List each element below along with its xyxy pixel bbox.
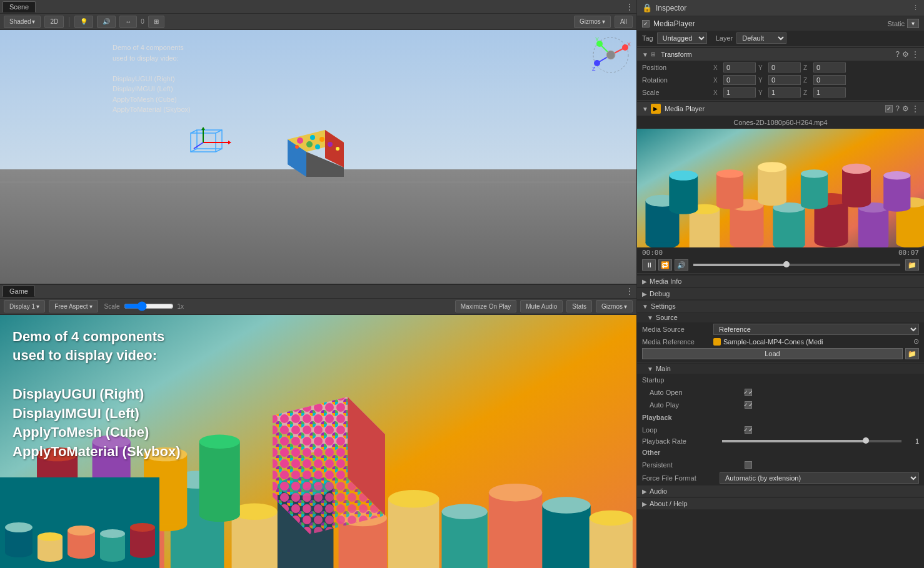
pos-z-label: Z [803,64,811,71]
force-format-select[interactable]: Automatic (by extension) [720,472,919,484]
aspect-btn[interactable]: Free Aspect ▾ [49,300,98,312]
tag-select[interactable]: Untagged [657,32,707,44]
audio-icon-btn[interactable]: 🔊 [97,16,116,28]
source-subsection[interactable]: ▼ Source [637,312,924,322]
loop-btn[interactable]: 🔁 [658,259,672,271]
rotation-label: Rotation [642,76,711,84]
scale-slider[interactable] [124,302,174,311]
svg-rect-116 [690,209,720,247]
gizmos-btn[interactable]: Gizmos ▾ [574,16,611,28]
svg-rect-140 [758,167,786,201]
media-player-actions: ? ⚙ ⋮ [895,104,919,113]
folder-btn[interactable]: 📁 [905,259,919,271]
shaded-btn[interactable]: Shaded ▾ [4,16,41,28]
audio-section[interactable]: ▶ Audio [637,485,924,497]
all-btn[interactable]: All [615,16,633,28]
game-floating-cube [223,391,398,568]
scene-tab[interactable]: Scene [3,1,36,12]
auto-open-label: Auto Open [642,389,742,396]
pause-btn[interactable]: ⏸ [642,259,656,271]
scale-x-label: X [713,89,721,96]
light-icon-btn[interactable]: 💡 [74,16,93,28]
game-tab[interactable]: Game [3,286,35,297]
playback-section-label: Playback [642,414,742,421]
media-help-icon[interactable]: ? [895,104,900,113]
scene-overlay-text: Demo of 4 components used to display vid… [113,42,191,115]
media-source-select[interactable]: Reference [713,324,919,335]
svg-rect-68 [542,505,590,568]
display-btn[interactable]: Display 1 ▾ [4,300,45,312]
playback-controls: ⏸ 🔁 🔊 📁 [637,258,924,272]
static-btn[interactable]: ▾ [907,19,919,28]
media-source-label: Media Source [642,326,711,333]
svg-point-110 [130,523,155,532]
svg-rect-128 [858,207,889,246]
scene-options-icon[interactable]: ⋮ [625,2,634,12]
transform-settings-icon[interactable]: ⚙ [902,50,909,59]
grid-icon-btn[interactable]: ⊞ [148,16,164,28]
scale-y-input[interactable] [768,87,801,97]
rot-y-label: Y [758,77,766,84]
move-icon-btn[interactable]: ↔ [119,16,137,28]
scale-value: 1x [178,303,184,310]
inspector-menu-icon[interactable]: ⋮ [912,4,919,12]
force-format-label: Force File Format [642,474,717,482]
media-player-enabled[interactable] [885,105,893,112]
transform-header[interactable]: ▼ ⊞ Transform ? ⚙ ⋮ [637,48,924,61]
game-options-icon[interactable]: ⋮ [625,286,634,296]
pos-z-input[interactable] [813,62,846,72]
rot-x-input[interactable] [723,75,756,85]
game-overlay-text: Demo of 4 components used to display vid… [13,327,181,462]
transform-arrow: ▼ [642,51,648,58]
game-gizmos-btn[interactable]: Gizmos ▾ [596,300,633,312]
transform-icon: ⊞ [651,51,656,57]
other-label-row: Other [637,446,924,459]
rate-slider[interactable] [722,440,901,442]
inspector-lock-icon[interactable]: 🔒 [642,3,652,12]
svg-marker-9 [228,141,231,144]
volume-btn[interactable]: 🔊 [675,259,688,271]
game-bottom-preview [0,477,159,568]
about-help-section[interactable]: ▶ About / Help [637,497,924,510]
scene-viewport: Demo of 4 components used to display vid… [0,30,636,284]
position-label: Position [642,64,711,71]
component-active-checkbox[interactable] [642,20,650,27]
maximize-btn[interactable]: Maximize On Play [455,300,517,312]
tag-layer-row: Tag Untagged Layer Default [637,31,924,45]
stats-btn[interactable]: Stats [566,300,592,312]
media-info-section[interactable]: ▶ Media Info [637,275,924,287]
settings-section[interactable]: ▼ Settings [637,300,924,312]
scale-z-input[interactable] [813,87,846,97]
svg-point-35 [606,51,615,59]
pos-x-input[interactable] [723,62,756,72]
load-folder-btn[interactable]: 📁 [905,348,919,359]
loop-checkbox[interactable]: ✓ [745,426,752,434]
transform-menu-icon[interactable]: ⋮ [911,50,919,59]
layer-select[interactable]: Default [736,32,786,44]
persistent-checkbox[interactable] [745,461,752,469]
media-ref-settings-btn[interactable]: ⊙ [913,337,919,346]
scale-label-tf: Scale [642,89,711,96]
auto-open-checkbox[interactable]: ✓ [745,389,752,396]
2d-btn[interactable]: 2D [44,16,64,28]
svg-point-144 [801,169,828,178]
pos-y-input[interactable] [768,62,801,72]
main-arrow: ▼ [647,366,653,372]
rot-y-input[interactable] [768,75,801,85]
auto-play-checkbox[interactable]: ✓ [745,401,752,409]
other-section-label: Other [642,449,742,456]
media-settings-icon[interactable]: ⚙ [902,104,909,113]
mute-btn[interactable]: Mute Audio [520,300,563,312]
rot-z-label: Z [803,77,811,84]
debug-section[interactable]: ▶ Debug [637,287,924,300]
audio-title: Audio [650,487,667,495]
load-btn[interactable]: Load [642,348,903,359]
media-player-header[interactable]: ▼ ▶ Media Player ? ⚙ ⋮ [637,102,924,116]
seek-bar[interactable] [693,264,900,266]
transform-help-icon[interactable]: ? [895,50,900,59]
rot-z-input[interactable] [813,75,846,85]
scale-x-input[interactable] [723,87,756,97]
media-menu-icon[interactable]: ⋮ [911,104,919,113]
main-subsection[interactable]: ▼ Main [637,364,924,374]
transform-actions: ? ⚙ ⋮ [895,50,919,59]
